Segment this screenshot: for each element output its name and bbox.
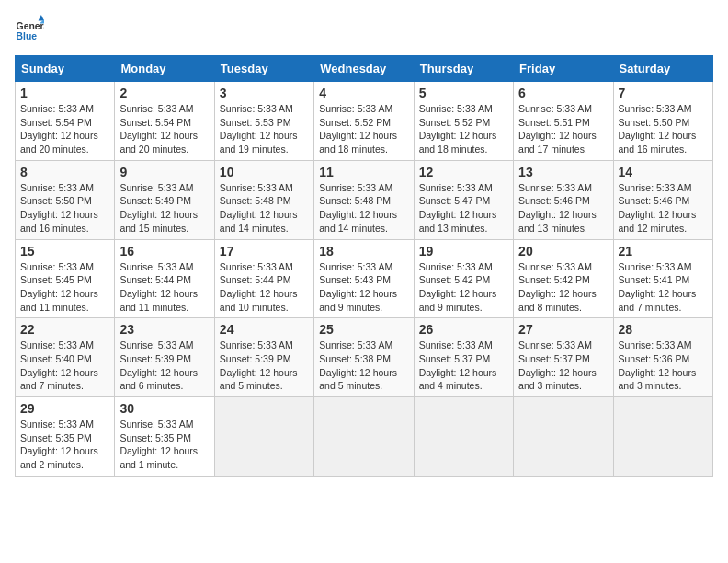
day-number: 28: [619, 322, 708, 337]
calendar-cell: 1 Sunrise: 5:33 AM Sunset: 5:54 PM Dayli…: [16, 82, 115, 161]
day-detail: Sunrise: 5:33 AM Sunset: 5:46 PM Dayligh…: [619, 181, 708, 236]
calendar-cell: 18 Sunrise: 5:33 AM Sunset: 5:43 PM Dayl…: [314, 239, 414, 318]
day-number: 27: [518, 322, 608, 337]
day-number: 7: [619, 86, 708, 100]
day-detail: Sunrise: 5:33 AM Sunset: 5:54 PM Dayligh…: [20, 102, 109, 156]
day-number: 13: [518, 165, 608, 179]
dow-header-wednesday: Wednesday: [314, 56, 414, 82]
dow-header-monday: Monday: [115, 56, 214, 82]
day-detail: Sunrise: 5:33 AM Sunset: 5:52 PM Dayligh…: [319, 102, 408, 156]
calendar-cell: 30 Sunrise: 5:33 AM Sunset: 5:35 PM Dayl…: [115, 397, 214, 477]
day-number: 1: [20, 86, 109, 100]
day-detail: Sunrise: 5:33 AM Sunset: 5:44 PM Dayligh…: [119, 260, 209, 315]
calendar-cell: 9 Sunrise: 5:33 AM Sunset: 5:49 PM Dayli…: [115, 160, 214, 239]
day-detail: Sunrise: 5:33 AM Sunset: 5:43 PM Dayligh…: [319, 260, 408, 315]
day-number: 6: [518, 86, 608, 100]
calendar-cell: 2 Sunrise: 5:33 AM Sunset: 5:54 PM Dayli…: [115, 82, 214, 161]
day-detail: Sunrise: 5:33 AM Sunset: 5:38 PM Dayligh…: [319, 339, 408, 393]
calendar-cell: 22 Sunrise: 5:33 AM Sunset: 5:40 PM Dayl…: [16, 318, 115, 397]
day-detail: Sunrise: 5:33 AM Sunset: 5:39 PM Dayligh…: [119, 339, 209, 393]
day-detail: Sunrise: 5:33 AM Sunset: 5:50 PM Dayligh…: [20, 181, 109, 236]
day-number: 3: [220, 86, 309, 100]
calendar-cell: 12 Sunrise: 5:33 AM Sunset: 5:47 PM Dayl…: [414, 160, 513, 239]
calendar-cell: 15 Sunrise: 5:33 AM Sunset: 5:45 PM Dayl…: [16, 239, 115, 318]
calendar-cell: 6 Sunrise: 5:33 AM Sunset: 5:51 PM Dayli…: [514, 82, 613, 161]
day-number: 24: [220, 322, 309, 337]
dow-header-sunday: Sunday: [16, 56, 115, 82]
day-number: 20: [518, 244, 608, 259]
day-detail: Sunrise: 5:33 AM Sunset: 5:39 PM Dayligh…: [220, 339, 309, 393]
day-number: 19: [419, 244, 508, 259]
day-number: 23: [119, 322, 209, 337]
day-number: 14: [619, 165, 708, 179]
calendar-cell: [214, 397, 313, 477]
calendar-cell: 5 Sunrise: 5:33 AM Sunset: 5:52 PM Dayli…: [414, 82, 513, 161]
day-number: 29: [20, 401, 109, 416]
day-number: 2: [119, 86, 209, 100]
day-number: 8: [20, 165, 109, 179]
calendar-cell: [414, 397, 513, 477]
calendar-cell: 16 Sunrise: 5:33 AM Sunset: 5:44 PM Dayl…: [115, 239, 214, 318]
week-row-3: 15 Sunrise: 5:33 AM Sunset: 5:45 PM Dayl…: [16, 239, 713, 318]
calendar-cell: 4 Sunrise: 5:33 AM Sunset: 5:52 PM Dayli…: [314, 82, 414, 161]
calendar-cell: 21 Sunrise: 5:33 AM Sunset: 5:41 PM Dayl…: [613, 239, 712, 318]
calendar-cell: 27 Sunrise: 5:33 AM Sunset: 5:37 PM Dayl…: [514, 318, 613, 397]
day-detail: Sunrise: 5:33 AM Sunset: 5:41 PM Dayligh…: [619, 260, 708, 315]
calendar-cell: 29 Sunrise: 5:33 AM Sunset: 5:35 PM Dayl…: [16, 397, 115, 477]
day-number: 10: [220, 165, 309, 179]
day-detail: Sunrise: 5:33 AM Sunset: 5:36 PM Dayligh…: [619, 339, 708, 393]
calendar-cell: 28 Sunrise: 5:33 AM Sunset: 5:36 PM Dayl…: [613, 318, 712, 397]
calendar-cell: 13 Sunrise: 5:33 AM Sunset: 5:46 PM Dayl…: [514, 160, 613, 239]
day-detail: Sunrise: 5:33 AM Sunset: 5:51 PM Dayligh…: [518, 102, 608, 156]
day-detail: Sunrise: 5:33 AM Sunset: 5:42 PM Dayligh…: [518, 260, 608, 315]
calendar-cell: 24 Sunrise: 5:33 AM Sunset: 5:39 PM Dayl…: [214, 318, 313, 397]
day-detail: Sunrise: 5:33 AM Sunset: 5:54 PM Dayligh…: [119, 102, 209, 156]
dow-header-thursday: Thursday: [414, 56, 513, 82]
day-number: 18: [319, 244, 408, 259]
day-detail: Sunrise: 5:33 AM Sunset: 5:48 PM Dayligh…: [220, 181, 309, 236]
calendar-cell: 11 Sunrise: 5:33 AM Sunset: 5:48 PM Dayl…: [314, 160, 414, 239]
day-number: 16: [119, 244, 209, 259]
calendar-cell: 14 Sunrise: 5:33 AM Sunset: 5:46 PM Dayl…: [613, 160, 712, 239]
day-number: 21: [619, 244, 708, 259]
day-number: 11: [319, 165, 408, 179]
week-row-5: 29 Sunrise: 5:33 AM Sunset: 5:35 PM Dayl…: [16, 397, 713, 477]
day-number: 12: [419, 165, 508, 179]
calendar-cell: 25 Sunrise: 5:33 AM Sunset: 5:38 PM Dayl…: [314, 318, 414, 397]
day-detail: Sunrise: 5:33 AM Sunset: 5:53 PM Dayligh…: [220, 102, 309, 156]
calendar-cell: 10 Sunrise: 5:33 AM Sunset: 5:48 PM Dayl…: [214, 160, 313, 239]
week-row-1: 1 Sunrise: 5:33 AM Sunset: 5:54 PM Dayli…: [16, 82, 713, 161]
day-detail: Sunrise: 5:33 AM Sunset: 5:40 PM Dayligh…: [20, 339, 109, 393]
day-detail: Sunrise: 5:33 AM Sunset: 5:37 PM Dayligh…: [518, 339, 608, 393]
day-number: 26: [419, 322, 508, 337]
day-detail: Sunrise: 5:33 AM Sunset: 5:52 PM Dayligh…: [419, 102, 508, 156]
calendar-cell: 3 Sunrise: 5:33 AM Sunset: 5:53 PM Dayli…: [214, 82, 313, 161]
logo-icon: General Blue: [15, 15, 44, 44]
dow-header-tuesday: Tuesday: [214, 56, 313, 82]
day-detail: Sunrise: 5:33 AM Sunset: 5:50 PM Dayligh…: [619, 102, 708, 156]
calendar-cell: [514, 397, 613, 477]
svg-text:Blue: Blue: [17, 31, 38, 41]
day-detail: Sunrise: 5:33 AM Sunset: 5:45 PM Dayligh…: [20, 260, 109, 315]
day-detail: Sunrise: 5:33 AM Sunset: 5:49 PM Dayligh…: [119, 181, 209, 236]
day-detail: Sunrise: 5:33 AM Sunset: 5:35 PM Dayligh…: [119, 418, 209, 472]
calendar-cell: 19 Sunrise: 5:33 AM Sunset: 5:42 PM Dayl…: [414, 239, 513, 318]
calendar-cell: 26 Sunrise: 5:33 AM Sunset: 5:37 PM Dayl…: [414, 318, 513, 397]
week-row-2: 8 Sunrise: 5:33 AM Sunset: 5:50 PM Dayli…: [16, 160, 713, 239]
calendar-cell: 23 Sunrise: 5:33 AM Sunset: 5:39 PM Dayl…: [115, 318, 214, 397]
dow-header-friday: Friday: [514, 56, 613, 82]
calendar-cell: 20 Sunrise: 5:33 AM Sunset: 5:42 PM Dayl…: [514, 239, 613, 318]
svg-text:General: General: [17, 21, 44, 31]
day-detail: Sunrise: 5:33 AM Sunset: 5:42 PM Dayligh…: [419, 260, 508, 315]
calendar-cell: 7 Sunrise: 5:33 AM Sunset: 5:50 PM Dayli…: [613, 82, 712, 161]
day-number: 30: [119, 401, 209, 416]
calendar-cell: 17 Sunrise: 5:33 AM Sunset: 5:44 PM Dayl…: [214, 239, 313, 318]
svg-marker-2: [39, 15, 44, 20]
day-detail: Sunrise: 5:33 AM Sunset: 5:48 PM Dayligh…: [319, 181, 408, 236]
day-number: 15: [20, 244, 109, 259]
week-row-4: 22 Sunrise: 5:33 AM Sunset: 5:40 PM Dayl…: [16, 318, 713, 397]
calendar-cell: [613, 397, 712, 477]
calendar-cell: [314, 397, 414, 477]
day-detail: Sunrise: 5:33 AM Sunset: 5:46 PM Dayligh…: [518, 181, 608, 236]
day-number: 5: [419, 86, 508, 100]
